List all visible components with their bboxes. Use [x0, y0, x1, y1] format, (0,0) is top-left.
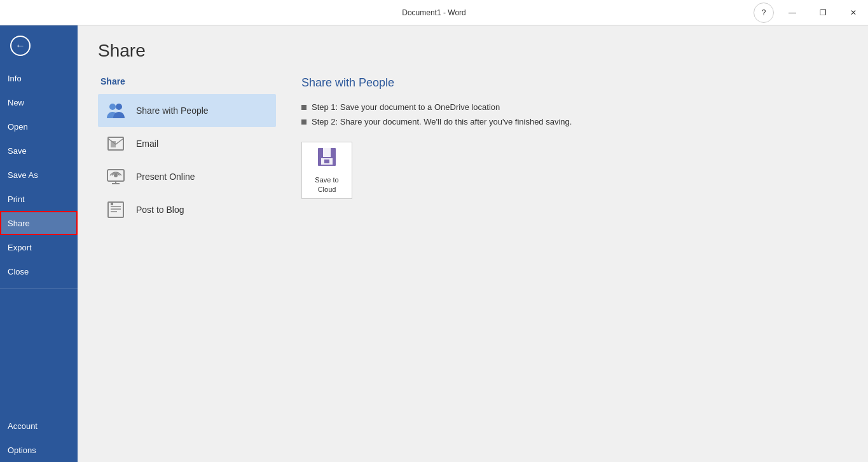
sidebar-item-print[interactable]: Print [0, 187, 78, 211]
restore-button[interactable]: ❐ [808, 0, 837, 25]
sidebar-item-new[interactable]: New [0, 90, 78, 114]
email-icon [106, 133, 126, 154]
svg-rect-16 [324, 160, 329, 163]
detail-title: Share with People [301, 76, 848, 90]
sidebar-item-save[interactable]: Save [0, 139, 78, 163]
sidebar-item-close[interactable]: Close [0, 259, 78, 283]
svg-point-0 [109, 104, 116, 110]
save-to-cloud-button[interactable]: Save toCloud [301, 142, 352, 199]
share-item-present[interactable]: Present Online [98, 160, 276, 193]
share-people-label: Share with People [136, 105, 209, 116]
window-controls: ? — ❐ ✕ [754, 0, 868, 25]
help-button[interactable]: ? [754, 3, 774, 23]
post-blog-icon [106, 200, 126, 220]
sidebar-item-options[interactable]: Options [0, 438, 78, 462]
sidebar-divider [0, 289, 78, 289]
step-2: Step 2: Share your document. We'll do th… [301, 117, 848, 126]
step-1-bullet [301, 105, 307, 110]
sidebar-nav: Info New Open Save Save As Print Share E… [0, 66, 78, 462]
step-1-text: Step 1: Save your document to a OneDrive… [312, 102, 500, 112]
step-2-bullet [301, 119, 307, 125]
sidebar-item-info[interactable]: Info [0, 66, 78, 90]
svg-rect-8 [108, 202, 123, 217]
sidebar-item-share[interactable]: Share [0, 211, 78, 235]
present-online-label: Present Online [136, 172, 195, 182]
present-online-icon [106, 166, 126, 187]
document-title: Document1 - Word [402, 8, 465, 17]
post-blog-label: Post to Blog [136, 205, 184, 215]
share-item-people[interactable]: Share with People [98, 94, 276, 127]
share-page: Share Share [78, 25, 868, 462]
share-item-email[interactable]: Email [98, 127, 276, 160]
main-panel: Share Share [78, 25, 868, 462]
save-cloud-icon [317, 147, 337, 172]
share-list-title: Share [98, 76, 276, 86]
app-body: ← Info New Open Save Save As Print S [0, 25, 868, 462]
share-list: Share with People Email [98, 94, 276, 226]
share-detail-panel: Share with People Step 1: Save your docu… [276, 76, 848, 447]
back-button[interactable]: ← [5, 31, 36, 61]
svg-point-5 [114, 173, 118, 177]
close-button[interactable]: ✕ [839, 0, 868, 25]
sidebar-item-account[interactable]: Account [0, 414, 78, 438]
sidebar-item-open[interactable]: Open [0, 114, 78, 139]
save-cloud-label: Save toCloud [315, 175, 338, 194]
email-label: Email [136, 139, 158, 149]
svg-rect-12 [111, 203, 113, 205]
share-people-icon [106, 100, 126, 121]
step-2-text: Step 2: Share your document. We'll do th… [312, 117, 572, 126]
sidebar-item-save-as[interactable]: Save As [0, 163, 78, 187]
step-1: Step 1: Save your document to a OneDrive… [301, 102, 848, 112]
sidebar: ← Info New Open Save Save As Print S [0, 25, 78, 462]
page-title: Share [98, 41, 848, 61]
step-list: Step 1: Save your document to a OneDrive… [301, 102, 848, 126]
title-bar: Document1 - Word ? — ❐ ✕ [0, 0, 868, 25]
minimize-button[interactable]: — [778, 0, 807, 25]
share-content: Share [98, 76, 848, 447]
sidebar-item-export[interactable]: Export [0, 235, 78, 259]
sidebar-bottom: Account Options [0, 414, 78, 462]
share-list-panel: Share [98, 76, 276, 447]
back-icon: ← [10, 36, 31, 56]
svg-rect-14 [323, 148, 331, 157]
share-item-blog[interactable]: Post to Blog [98, 193, 276, 226]
svg-point-1 [116, 104, 122, 110]
